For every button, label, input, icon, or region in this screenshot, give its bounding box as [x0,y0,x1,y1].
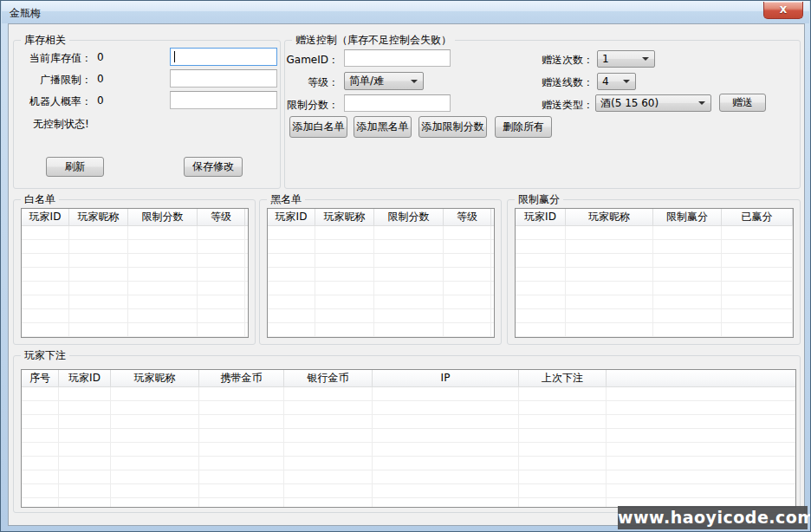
col-ip[interactable]: IP [373,370,519,386]
close-icon: X [780,4,787,16]
gift-button[interactable]: 赠送 [719,94,766,112]
level-select[interactable]: 简单/难 [344,72,424,90]
current-inventory-value: 0 [97,51,104,63]
current-inventory-input[interactable] [170,48,277,66]
app-window: 金瓶梅 X 库存相关 当前库存值： 0 广播限制： 0 机器人概率： 0 无控制… [0,0,811,532]
window-title: 金瓶梅 [10,6,41,21]
col-index[interactable]: 序号 [22,370,59,386]
col-nickname[interactable]: 玩家昵称 [566,209,653,225]
col-player-id[interactable]: 玩家ID [59,370,111,386]
limit-win-table-header: 玩家ID 玩家昵称 限制赢分 已赢分 [516,209,793,226]
broadcast-limit-value: 0 [97,73,104,85]
save-changes-button[interactable]: 保存修改 [184,157,243,177]
broadcast-limit-label: 广播限制： [19,73,92,88]
body-col [374,226,444,337]
whitelist-table-body[interactable] [22,226,248,337]
limit-score-input[interactable] [344,94,451,112]
body-col [284,387,373,507]
client-area: 库存相关 当前库存值： 0 广播限制： 0 机器人概率： 0 无控制状态! 刷新… [8,23,805,526]
gameid-input[interactable] [344,49,451,67]
gift-type-select-value: 酒(5 15 60) [600,96,659,111]
broadcast-limit-input[interactable] [170,69,277,88]
col-player-id[interactable]: 玩家ID [516,209,566,225]
blacklist-groupbox-title: 黑名单 [267,192,305,206]
body-col [444,226,491,337]
body-col [519,387,607,507]
body-col [722,226,793,337]
col-player-id[interactable]: 玩家ID [268,209,315,225]
gift-lines-label: 赠送线数： [519,75,594,90]
gift-type-label: 赠送类型： [519,98,594,113]
gift-times-label: 赠送次数： [519,53,594,68]
body-col [653,226,722,337]
level-select-value: 简单/难 [349,74,384,88]
limit-score-label: 限制分数： [285,98,339,113]
gift-control-groupbox: 赠送控制（库存不足控制会失败） GameID： 等级： 简单/难 限制分数： 添… [284,40,801,189]
body-col [22,387,59,507]
blacklist-groupbox: 黑名单 玩家ID 玩家昵称 限制分数 等级 [259,199,502,345]
chevron-down-icon [623,80,630,83]
body-col [516,226,566,337]
player-bets-table-header: 序号 玩家ID 玩家昵称 携带金币 银行金币 IP 上次下注 [22,370,795,387]
delete-all-button[interactable]: 删除所有 [495,116,552,138]
player-bets-table-body[interactable] [22,387,795,507]
col-bank-coins[interactable]: 银行金币 [284,370,373,386]
whitelist-table-header: 玩家ID 玩家昵称 限制分数 等级 [22,209,248,226]
limit-win-groupbox: 限制赢分 玩家ID 玩家昵称 限制赢分 已赢分 [507,199,801,345]
col-filler [607,370,795,386]
col-level[interactable]: 等级 [198,209,245,225]
blacklist-table: 玩家ID 玩家昵称 限制分数 等级 [267,208,495,338]
chevron-down-icon [411,80,418,83]
gift-lines-select-value: 4 [602,75,609,88]
col-limit-win[interactable]: 限制赢分 [653,209,722,225]
gift-lines-select[interactable]: 4 [597,73,636,90]
title-bar[interactable]: 金瓶梅 [2,1,809,23]
whitelist-groupbox-title: 白名单 [21,192,59,206]
chevron-down-icon [698,101,705,105]
body-col [315,226,374,337]
col-nickname[interactable]: 玩家昵称 [111,370,199,386]
blacklist-table-body[interactable] [268,226,494,337]
col-level[interactable]: 等级 [444,209,491,225]
col-nickname[interactable]: 玩家昵称 [69,209,128,225]
body-col [111,387,199,507]
body-col [566,226,653,337]
blacklist-table-header: 玩家ID 玩家昵称 限制分数 等级 [268,209,494,226]
body-col [128,226,198,337]
text-cursor [174,51,175,62]
robot-probability-input[interactable] [170,91,277,109]
limit-win-table-body[interactable] [516,226,793,337]
gift-times-select-value: 1 [602,53,609,65]
current-inventory-label: 当前库存值： [19,51,92,66]
close-button[interactable]: X [763,2,803,19]
gift-type-select[interactable]: 酒(5 15 60) [595,94,711,112]
add-blacklist-button[interactable]: 添加黑名单 [354,116,412,138]
col-carry-coins[interactable]: 携带金币 [199,370,284,386]
player-bets-table: 序号 玩家ID 玩家昵称 携带金币 银行金币 IP 上次下注 [21,369,796,508]
col-nickname[interactable]: 玩家昵称 [315,209,374,225]
level-label: 等级： [285,75,339,90]
limit-win-table: 玩家ID 玩家昵称 限制赢分 已赢分 [515,208,794,338]
col-won-score[interactable]: 已赢分 [722,209,793,225]
gift-times-select[interactable]: 1 [597,50,655,68]
player-bets-groupbox-title: 玩家下注 [21,348,69,362]
body-col [607,387,795,507]
body-col [198,226,245,337]
col-limit-score[interactable]: 限制分数 [374,209,444,225]
body-col [69,226,128,337]
col-player-id[interactable]: 玩家ID [22,209,69,225]
player-bets-groupbox: 玩家下注 序号 玩家ID 玩家昵称 携带金币 银行金币 IP 上次下注 [13,355,801,513]
refresh-button[interactable]: 刷新 [46,157,104,177]
body-col [491,226,494,337]
body-col [22,226,69,337]
col-filler [245,209,248,225]
body-col [199,387,284,507]
add-whitelist-button[interactable]: 添加白名单 [289,116,347,138]
body-col [245,226,248,337]
col-last-bet[interactable]: 上次下注 [519,370,607,386]
robot-probability-label: 机器人概率： [19,94,92,109]
watermark: www.haoyicode.com [618,506,808,529]
whitelist-table: 玩家ID 玩家昵称 限制分数 等级 [21,208,249,338]
add-limit-score-button[interactable]: 添加限制分数 [418,116,487,138]
col-limit-score[interactable]: 限制分数 [128,209,198,225]
